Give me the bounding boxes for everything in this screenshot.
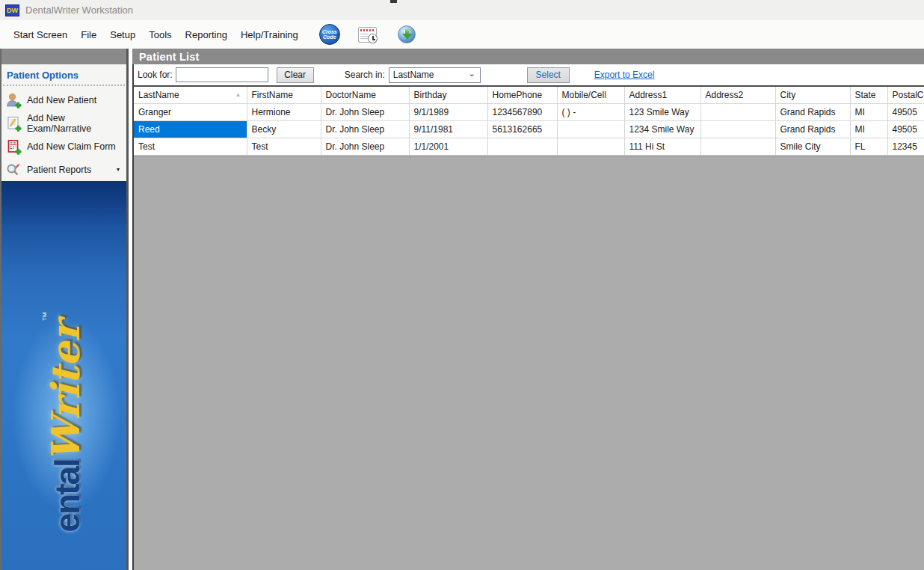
sidebar-item-add-new-patient[interactable]: Add New Patient bbox=[1, 88, 126, 111]
cell-birthday[interactable]: 9/1/1989 bbox=[409, 103, 487, 120]
cell-doctorname[interactable]: Dr. John Sleep bbox=[321, 103, 409, 120]
column-header-postalcode[interactable]: PostalCode bbox=[887, 87, 924, 103]
sidebar-top-bar bbox=[1, 49, 126, 64]
cell-state[interactable]: MI bbox=[850, 120, 887, 138]
column-header-address2[interactable]: Address2 bbox=[700, 87, 775, 103]
crosscode-label-line1: Cross bbox=[322, 29, 337, 34]
cell-lastname[interactable]: Test bbox=[134, 138, 247, 155]
web-download-globe-icon[interactable] bbox=[398, 25, 416, 43]
cell-lastname-selected[interactable]: Reed bbox=[134, 120, 247, 138]
sidebar-item-label: Add New Patient bbox=[27, 95, 96, 105]
patient-table-container: LastName ▲ FirstName DoctorName Birthday… bbox=[134, 85, 924, 156]
cell-homephone[interactable]: 5613162665 bbox=[487, 120, 557, 138]
content-area: Patient List Look for: Clear Search in: … bbox=[132, 49, 924, 570]
brand-panel: entalWriter™ bbox=[1, 181, 126, 570]
calendar-marks bbox=[360, 29, 375, 31]
select-button[interactable]: Select bbox=[527, 67, 570, 83]
app-window: DW DentalWriter Workstation Start Screen… bbox=[0, 0, 924, 570]
menu-file[interactable]: File bbox=[81, 29, 96, 40]
cell-city[interactable]: Grand Rapids bbox=[775, 120, 850, 138]
column-header-address1[interactable]: Address1 bbox=[624, 87, 700, 103]
cell-address1[interactable]: 111 Hi St bbox=[624, 138, 700, 155]
column-header-state[interactable]: State bbox=[850, 87, 887, 103]
cell-firstname[interactable]: Hermione bbox=[247, 103, 321, 120]
add-claim-icon bbox=[5, 138, 22, 155]
cell-mobilecell[interactable]: ( ) - bbox=[557, 103, 624, 120]
cell-doctorname[interactable]: Dr. John Sleep bbox=[321, 120, 409, 138]
table-row: Granger Hermione Dr. John Sleep 9/1/1989… bbox=[134, 103, 924, 120]
window-title: DentalWriter Workstation bbox=[25, 4, 133, 16]
cell-firstname[interactable]: Test bbox=[247, 138, 321, 155]
cell-state[interactable]: FL bbox=[850, 138, 887, 155]
search-in-dropdown[interactable]: LastName ⌄ bbox=[389, 67, 481, 83]
look-for-input[interactable] bbox=[176, 67, 268, 82]
cell-homephone[interactable] bbox=[487, 138, 557, 155]
screen-artifact bbox=[390, 0, 397, 3]
sidebar-item-add-new-exam-narrative[interactable]: Add New Exam/Narrative bbox=[1, 111, 126, 135]
sort-ascending-icon: ▲ bbox=[235, 91, 241, 98]
menu-setup[interactable]: Setup bbox=[110, 29, 135, 40]
cell-birthday[interactable]: 9/11/1981 bbox=[409, 120, 487, 138]
cell-homephone[interactable]: 1234567890 bbox=[487, 103, 557, 120]
add-exam-icon bbox=[5, 115, 22, 132]
cell-address2[interactable] bbox=[700, 120, 775, 138]
add-patient-icon bbox=[5, 92, 22, 108]
clock-icon bbox=[368, 34, 378, 43]
column-header-homephone[interactable]: HomePhone bbox=[487, 87, 557, 103]
cell-address1[interactable]: 1234 Smile Way bbox=[624, 120, 700, 138]
column-label: LastName bbox=[138, 90, 179, 100]
sidebar-item-label: Add New Claim Form bbox=[27, 141, 116, 152]
page-title: Patient List bbox=[132, 49, 924, 64]
column-header-lastname[interactable]: LastName ▲ bbox=[134, 87, 247, 103]
clear-button[interactable]: Clear bbox=[277, 67, 314, 83]
patient-reports-icon bbox=[5, 162, 22, 178]
app-logo-icon: DW bbox=[5, 4, 19, 16]
menu-tools[interactable]: Tools bbox=[149, 29, 171, 40]
table-header-row: LastName ▲ FirstName DoctorName Birthday… bbox=[134, 87, 924, 103]
cell-postalcode[interactable]: 12345 bbox=[887, 138, 924, 155]
cell-doctorname[interactable]: Dr. John Sleep bbox=[321, 138, 409, 155]
sidebar-item-patient-reports[interactable]: Patient Reports ▾ bbox=[1, 158, 126, 181]
sidebar: Patient Options Add New Patient bbox=[0, 49, 129, 570]
sidebar-item-label: Add New Exam/Narrative bbox=[27, 113, 126, 134]
cell-mobilecell[interactable] bbox=[557, 120, 624, 138]
cell-address2[interactable] bbox=[700, 103, 775, 120]
cell-address1[interactable]: 123 Smile Way bbox=[624, 103, 700, 120]
cell-city[interactable]: Grand Rapids bbox=[775, 103, 850, 120]
main-area: Patient Options Add New Patient bbox=[0, 49, 924, 570]
sidebar-item-add-new-claim-form[interactable]: Add New Claim Form bbox=[1, 135, 126, 158]
cell-lastname[interactable]: Granger bbox=[134, 103, 247, 120]
column-header-city[interactable]: City bbox=[775, 87, 850, 103]
trademark-symbol: ™ bbox=[40, 312, 52, 322]
cell-postalcode[interactable]: 49505 bbox=[887, 120, 924, 138]
crosscode-icon[interactable]: Cross Code bbox=[319, 24, 340, 45]
column-header-doctorname[interactable]: DoctorName bbox=[321, 87, 409, 103]
cell-state[interactable]: MI bbox=[850, 103, 887, 120]
column-header-mobilecell[interactable]: Mobile/Cell bbox=[557, 87, 624, 103]
cell-firstname[interactable]: Becky bbox=[247, 120, 321, 138]
search-in-label: Search in: bbox=[345, 70, 385, 80]
patient-table: LastName ▲ FirstName DoctorName Birthday… bbox=[134, 87, 924, 156]
table-row: Test Test Dr. John Sleep 1/1/2001 111 Hi… bbox=[134, 138, 924, 155]
search-in-selected-value: LastName bbox=[393, 70, 434, 80]
cell-mobilecell[interactable] bbox=[557, 138, 624, 155]
cell-birthday[interactable]: 1/1/2001 bbox=[409, 138, 487, 155]
export-to-excel-link[interactable]: Export to Excel bbox=[594, 70, 655, 80]
menu-start-screen[interactable]: Start Screen bbox=[13, 29, 67, 40]
cell-address2[interactable] bbox=[700, 138, 775, 155]
cell-city[interactable]: Smile City bbox=[775, 138, 850, 155]
menu-bar: Start Screen File Setup Tools Reporting … bbox=[0, 20, 924, 49]
appointments-calendar-icon[interactable] bbox=[358, 27, 377, 43]
menu-reporting[interactable]: Reporting bbox=[185, 29, 227, 40]
cell-postalcode[interactable]: 49505 bbox=[887, 103, 924, 120]
crosscode-label-line2: Code bbox=[323, 34, 336, 40]
column-header-firstname[interactable]: FirstName bbox=[247, 87, 321, 103]
content-body: Look for: Clear Search in: LastName ⌄ Se… bbox=[132, 64, 924, 570]
reports-dropdown-icon[interactable]: ▾ bbox=[117, 166, 120, 173]
column-header-birthday[interactable]: Birthday bbox=[409, 87, 487, 103]
sidebar-item-label: Patient Reports bbox=[27, 165, 91, 175]
menu-help-training[interactable]: Help/Training bbox=[241, 29, 298, 40]
patient-options-header: Patient Options bbox=[1, 64, 126, 85]
title-bar: DW DentalWriter Workstation bbox=[0, 0, 924, 20]
logo-text-dental: ental bbox=[48, 460, 87, 533]
